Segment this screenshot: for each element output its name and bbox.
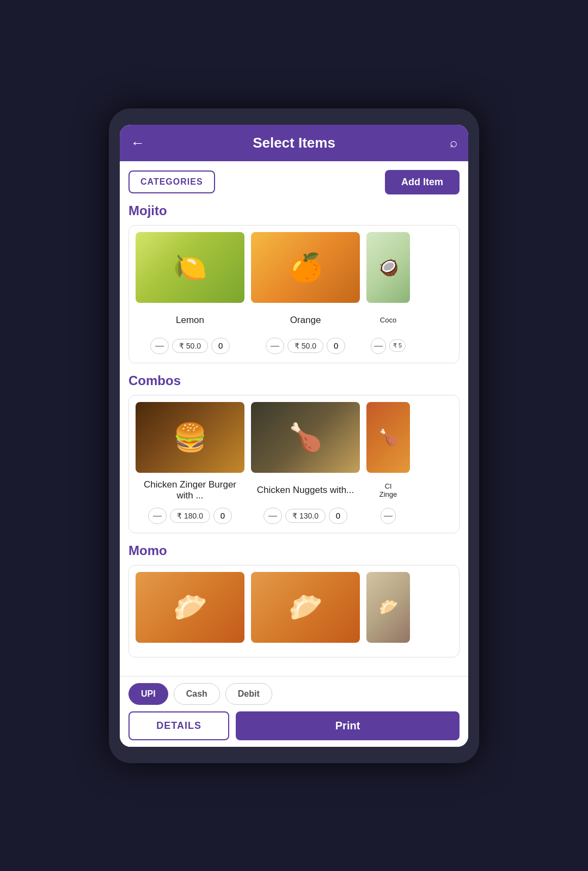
categories-button[interactable]: CATEGORIES [128, 170, 215, 193]
coco-price: ₹ 5 [389, 339, 406, 352]
cl-zinge-decrease-button[interactable]: — [381, 508, 396, 524]
lemon-name: Lemon [176, 308, 204, 332]
combos-items-scroll: 🍔 Chicken Zinger Burger with ... — ₹ 180… [136, 402, 452, 526]
action-row: DETAILS Print [128, 711, 460, 740]
mojito-container: 🍋 Lemon — ₹ 50.0 0 🍊 [128, 225, 460, 363]
mojito-items-scroll: 🍋 Lemon — ₹ 50.0 0 🍊 [136, 232, 452, 356]
print-button[interactable]: Print [236, 711, 460, 740]
lemon-price: ₹ 50.0 [172, 339, 208, 353]
chicken-nuggets-image: 🍗 [251, 402, 360, 473]
chicken-nuggets-controls: — ₹ 130.0 0 [264, 508, 347, 524]
orange-controls: — ₹ 50.0 0 [266, 338, 345, 354]
momo1-image: 🥟 [136, 572, 244, 643]
chicken-zinger-qty: 0 [213, 508, 232, 524]
orange-image: 🍊 [251, 232, 360, 303]
screen: ← Select Items ⌕ CATEGORIES Add Item Moj… [120, 125, 468, 747]
lemon-controls: — ₹ 50.0 0 [150, 338, 230, 354]
momo-items-scroll: 🥟 🥟 🥟 [136, 572, 452, 650]
bottom-bar: UPI Cash Debit DETAILS Print [120, 676, 468, 747]
payment-upi-button[interactable]: UPI [128, 683, 168, 705]
chicken-zinger-controls: — ₹ 180.0 0 [148, 508, 232, 524]
chicken-zinger-image: 🍔 [136, 402, 244, 473]
payment-methods: UPI Cash Debit [128, 683, 460, 705]
details-button[interactable]: DETAILS [128, 711, 229, 740]
momo2-image: 🥟 [251, 572, 360, 643]
orange-price: ₹ 50.0 [287, 339, 323, 353]
cl-zinge-image: 🍗 [366, 402, 410, 473]
orange-qty: 0 [327, 338, 345, 354]
main-content: CATEGORIES Add Item Mojito 🍋 Lemon [120, 161, 468, 676]
header: ← Select Items ⌕ [120, 125, 468, 161]
chicken-zinger-name: Chicken Zinger Burger with ... [136, 478, 244, 502]
page-title: Select Items [152, 135, 436, 151]
item-coco: 🥥 Coco — ₹ 5 [366, 232, 410, 354]
momo3-image: 🥟 [366, 572, 410, 643]
coco-controls: — ₹ 5 [371, 338, 406, 354]
chicken-nuggets-price: ₹ 130.0 [285, 509, 326, 523]
momo-container: 🥟 🥟 🥟 [128, 565, 460, 657]
section-mojito: Mojito 🍋 Lemon — ₹ 50.0 0 [128, 203, 460, 363]
payment-cash-button[interactable]: Cash [174, 683, 220, 705]
item-chicken-zinger: 🍔 Chicken Zinger Burger with ... — ₹ 180… [136, 402, 244, 524]
item-momo3: 🥟 [366, 572, 410, 648]
combos-container: 🍔 Chicken Zinger Burger with ... — ₹ 180… [128, 395, 460, 533]
section-combos: Combos 🍔 Chicken Zinger Burger with ... … [128, 373, 460, 533]
payment-debit-button[interactable]: Debit [225, 683, 272, 705]
section-momo: Momo 🥟 🥟 [128, 543, 460, 657]
search-icon[interactable]: ⌕ [436, 135, 457, 150]
item-orange: 🍊 Orange — ₹ 50.0 0 [251, 232, 360, 354]
item-chicken-nuggets: 🍗 Chicken Nuggets with... — ₹ 130.0 0 [251, 402, 360, 524]
coco-image: 🥥 [366, 232, 410, 303]
top-bar: CATEGORIES Add Item [128, 170, 460, 194]
orange-decrease-button[interactable]: — [266, 338, 284, 354]
lemon-decrease-button[interactable]: — [150, 338, 169, 354]
chicken-nuggets-decrease-button[interactable]: — [264, 508, 282, 524]
item-cl-zinge: 🍗 ClZinge — [366, 402, 410, 524]
cl-zinge-controls: — [381, 508, 396, 524]
coco-decrease-button[interactable]: — [371, 338, 386, 354]
item-momo1: 🥟 [136, 572, 244, 648]
coco-name: Coco [380, 308, 396, 332]
section-title-mojito: Mojito [128, 203, 460, 218]
section-title-momo: Momo [128, 543, 460, 558]
orange-name: Orange [290, 308, 321, 332]
section-title-combos: Combos [128, 373, 460, 388]
chicken-zinger-price: ₹ 180.0 [170, 509, 210, 523]
chicken-nuggets-qty: 0 [329, 508, 347, 524]
back-button[interactable]: ← [131, 135, 152, 151]
chicken-nuggets-name: Chicken Nuggets with... [257, 478, 354, 502]
device-frame: ← Select Items ⌕ CATEGORIES Add Item Moj… [109, 108, 479, 763]
cl-zinge-name: ClZinge [379, 478, 397, 502]
item-lemon: 🍋 Lemon — ₹ 50.0 0 [136, 232, 244, 354]
chicken-zinger-decrease-button[interactable]: — [148, 508, 167, 524]
lemon-image: 🍋 [136, 232, 244, 303]
add-item-button[interactable]: Add Item [385, 170, 460, 194]
lemon-qty: 0 [211, 338, 230, 354]
item-momo2: 🥟 [251, 572, 360, 648]
